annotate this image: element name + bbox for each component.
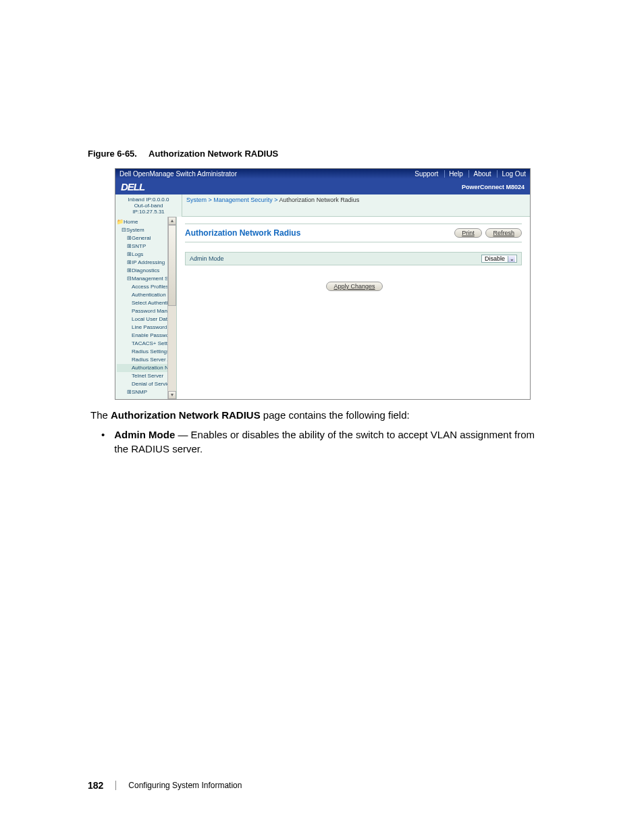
scroll-thumb[interactable]: [168, 225, 176, 306]
chevron-down-icon: ⌄: [508, 256, 515, 262]
refresh-button[interactable]: Refresh: [485, 228, 522, 238]
figure-title: Authorization Network RADIUS: [149, 149, 278, 159]
link-help[interactable]: Help: [444, 170, 463, 178]
page-footer: 182 Configuring System Information: [88, 780, 242, 791]
crumb-1[interactable]: System: [186, 197, 207, 203]
bullet-item: • Admin Mode — Enables or disables the a…: [101, 427, 597, 456]
footer-section: Configuring System Information: [128, 781, 242, 790]
header-buttons: Print Refresh: [452, 228, 522, 238]
admin-mode-row: Admin Mode Disable ⌄: [185, 252, 522, 265]
home-icon: 📁: [117, 219, 124, 225]
admin-mode-label: Admin Mode: [190, 255, 224, 262]
outband-ip: Out-of-band IP:10.27.5.31: [118, 203, 179, 215]
bullet-term: Admin Mode: [114, 429, 175, 440]
inband-ip: Inband IP:0.0.0.0: [118, 197, 179, 203]
link-support[interactable]: Support: [414, 170, 438, 178]
tree-scrollbar[interactable]: ▴ ▾: [167, 217, 176, 399]
crumb-2[interactable]: Management Security: [213, 197, 273, 203]
page-number: 182: [88, 780, 103, 791]
crumb-3: Authorization Network Radius: [279, 197, 360, 203]
footer-divider: [115, 781, 116, 790]
admin-mode-select[interactable]: Disable ⌄: [481, 255, 517, 263]
figure-number: Figure 6-65.: [88, 149, 137, 159]
bullet-icon: •: [101, 427, 105, 456]
content-header: Authorization Network Radius Print Refre…: [185, 224, 522, 242]
nav-tree-pane: 📁Home ⊟System ⊞General ⊞SNTP ⊞Logs ⊞IP A…: [115, 217, 177, 399]
link-logout[interactable]: Log Out: [497, 170, 526, 178]
ip-info: Inband IP:0.0.0.0 Out-of-band IP:10.27.5…: [115, 194, 182, 217]
info-row: Inband IP:0.0.0.0 Out-of-band IP:10.27.5…: [115, 194, 530, 217]
content-pane: Authorization Network Radius Print Refre…: [177, 217, 530, 399]
print-button[interactable]: Print: [454, 228, 482, 238]
scroll-down-icon[interactable]: ▾: [168, 391, 176, 399]
dell-logo: DELL: [121, 181, 144, 192]
breadcrumb: System > Management Security > Authoriza…: [182, 194, 530, 217]
link-about[interactable]: About: [468, 170, 491, 178]
logo-bar: DELL PowerConnect M8024: [115, 179, 530, 194]
window-title-bar: Dell OpenManage Switch Administrator Sup…: [115, 169, 530, 179]
scroll-up-icon[interactable]: ▴: [168, 217, 176, 225]
product-label: PowerConnect M8024: [462, 184, 525, 190]
screenshot-window: Dell OpenManage Switch Administrator Sup…: [115, 168, 531, 400]
apply-changes-button[interactable]: Apply Changes: [326, 282, 382, 291]
body-intro: The Authorization Network RADIUS page co…: [90, 408, 597, 422]
title-links: Support Help About Log Out: [410, 170, 526, 178]
page-title: Authorization Network Radius: [185, 228, 300, 238]
figure-caption: Figure 6-65. Authorization Network RADIU…: [88, 149, 597, 159]
app-title: Dell OpenManage Switch Administrator: [119, 170, 237, 178]
admin-mode-value: Disable: [485, 255, 505, 262]
bullet-desc: — Enables or disables the ability of the…: [114, 429, 535, 454]
